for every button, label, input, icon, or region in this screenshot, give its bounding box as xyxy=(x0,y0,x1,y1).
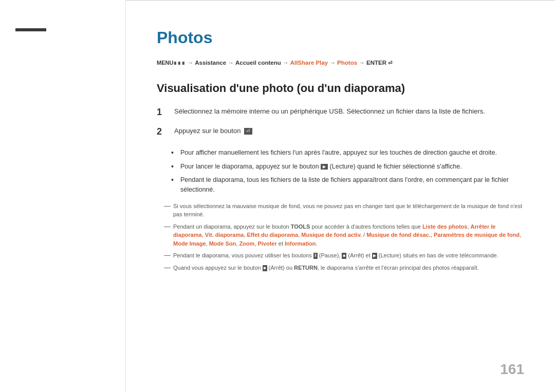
main-content: Photos MENU∎∎∎ → Assistance → Accueil co… xyxy=(126,0,555,392)
accueil-text: Accueil contenu xyxy=(235,60,281,66)
bullet-text-1: Pour afficher manuellement les fichiers … xyxy=(180,148,524,158)
note-dash-1: — xyxy=(164,202,171,211)
step-1: 1 Sélectionnez la mémoire interne ou un … xyxy=(157,106,524,118)
page-container: Photos MENU∎∎∎ → Assistance → Accueil co… xyxy=(0,0,555,392)
sidebar xyxy=(0,0,126,392)
step-1-text: Sélectionnez la mémoire interne ou un pé… xyxy=(174,106,524,117)
note-text-3: Pendant le diaporama, vous pouvez utilis… xyxy=(173,251,524,260)
page-number: 161 xyxy=(500,361,524,378)
note-text-4: Quand vous appuyez sur le bouton ■ (Arrê… xyxy=(173,264,524,272)
note-item-1: — Si vous sélectionnez la mauvaise musiq… xyxy=(164,202,524,219)
bullet-list: • Pour afficher manuellement les fichier… xyxy=(171,148,524,195)
allshare-text: AllShare Play xyxy=(290,60,328,66)
bullet-dot-1: • xyxy=(171,148,178,158)
bullet-item-1: • Pour afficher manuellement les fichier… xyxy=(171,148,524,158)
section-title: Visualisation d'une photo (ou d'un diapo… xyxy=(157,82,524,95)
note-dash-2: — xyxy=(164,222,171,231)
note-text-2: Pendant un diaporama, appuyez sur le bou… xyxy=(173,222,524,248)
page-title: Photos xyxy=(157,28,524,47)
enter-text: ENTER ⏎ xyxy=(366,60,392,66)
bullet-text-3: Pendant le diaporama, tous les fichiers … xyxy=(180,175,524,195)
step-2-text: Appuyez sur le bouton ⏎ xyxy=(174,126,524,137)
menu-icon: ∎∎∎ xyxy=(173,60,186,66)
arrow1: → xyxy=(188,60,195,66)
note-item-3: — Pendant le diaporama, vous pouvez util… xyxy=(164,251,524,260)
sidebar-decorative-bar xyxy=(15,28,46,31)
steps-list: 1 Sélectionnez la mémoire interne ou un … xyxy=(157,106,524,138)
menu-label: MENU xyxy=(157,60,173,66)
step-2-number: 2 xyxy=(157,126,171,138)
arrow5: → xyxy=(359,60,366,66)
arrow4: → xyxy=(329,60,337,66)
bullet-item-3: • Pendant le diaporama, tous les fichier… xyxy=(171,175,524,195)
note-item-2: — Pendant un diaporama, appuyez sur le b… xyxy=(164,222,524,248)
step-1-number: 1 xyxy=(157,106,171,118)
bullet-item-2: • Pour lancer le diaporama, appuyez sur … xyxy=(171,162,524,172)
arrow3: → xyxy=(283,60,290,66)
assistance-text: Assistance xyxy=(195,60,226,66)
arrow2: → xyxy=(228,60,235,66)
note-text-1: Si vous sélectionnez la mauvaise musique… xyxy=(173,202,524,219)
note-item-4: — Quand vous appuyez sur le bouton ■ (Ar… xyxy=(164,264,524,272)
photos-path-text: Photos xyxy=(337,60,357,66)
bullet-text-2: Pour lancer le diaporama, appuyez sur le… xyxy=(180,162,524,172)
step-2: 2 Appuyez sur le bouton ⏎ xyxy=(157,126,524,138)
menu-path: MENU∎∎∎ → Assistance → Accueil contenu →… xyxy=(157,59,524,67)
note-list: — Si vous sélectionnez la mauvaise musiq… xyxy=(164,202,524,272)
bullet-dot-3: • xyxy=(171,175,178,185)
note-dash-3: — xyxy=(164,251,171,260)
note-dash-4: — xyxy=(164,264,171,272)
bullet-dot-2: • xyxy=(171,162,178,172)
